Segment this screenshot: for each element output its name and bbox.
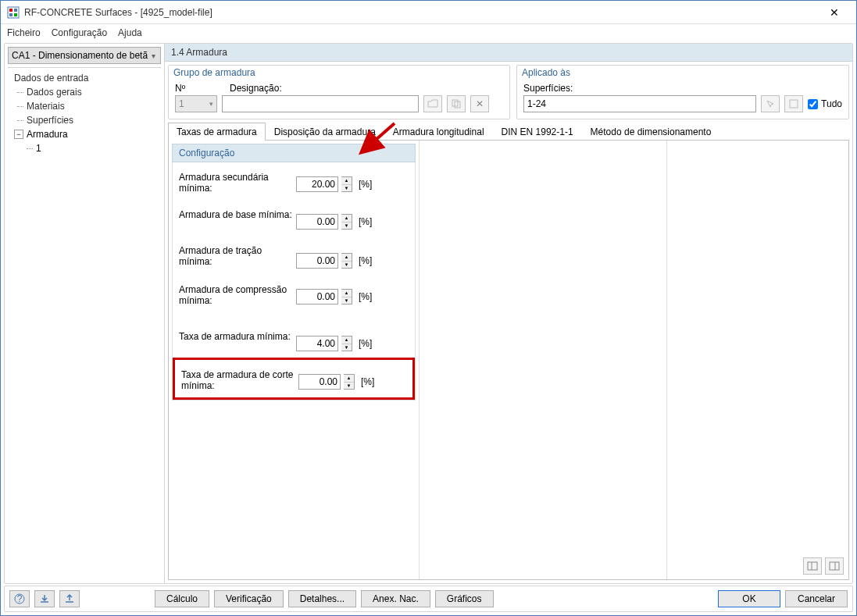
row-reinf-rate-min: Taxa de armadura mínima: ▲▼ [%] [179,328,409,351]
close-icon[interactable]: ✕ [819,2,850,23]
window-title: RF-CONCRETE Surfaces - [4925_model-file] [24,7,819,18]
svg-rect-8 [808,562,817,570]
ok-button[interactable]: OK [718,590,780,607]
row-compression-min: Armadura de compressão mínima: ▲▼ [%] [179,281,409,306]
cancel-button[interactable]: Cancelar [785,590,848,607]
tree-item-general[interactable]: Dados gerais [8,85,161,99]
secondary-min-input[interactable] [296,176,338,192]
menu-config[interactable]: Configuração [52,27,107,38]
chevron-up-icon: ▲ [341,177,352,185]
export-button[interactable] [59,590,80,607]
tab-rates[interactable]: Taxas de armadura [168,123,266,141]
delete-icon[interactable]: ✕ [470,95,489,112]
select-all-icon[interactable] [784,95,803,112]
details-button[interactable]: Detalhes... [288,590,356,607]
group-number-select[interactable]: 1 [175,95,217,112]
reinforcement-group-box: Grupo de armadura Nº Designação: 1 ✕ [168,65,510,119]
tab-layout[interactable]: Disposição da armadura [266,123,384,141]
row-shear-rate-min: Taxa de armadura de corte mínima: ▲▼ [%] [181,366,406,391]
tension-min-input[interactable] [296,253,338,269]
verify-button[interactable]: Verificação [214,590,284,607]
tree-item-materials[interactable]: Materiais [8,99,161,113]
svg-rect-7 [790,100,798,108]
tree-item-reinf-1[interactable]: 1 [8,141,161,155]
tab-longitudinal[interactable]: Armadura longitudinal [384,123,493,141]
calc-button[interactable]: Cálculo [155,590,209,607]
svg-rect-1 [9,9,12,12]
spinner-buttons[interactable]: ▲▼ [341,176,352,192]
tree-item-surfaces[interactable]: Superfícies [8,113,161,127]
view-icon-2[interactable] [825,557,844,575]
tree-root[interactable]: Dados de entrada [8,71,161,85]
tree-item-reinforcement[interactable]: − Armadura [8,127,161,141]
anex-button[interactable]: Anex. Nac. [361,590,430,607]
all-checkbox[interactable]: Tudo [808,98,842,109]
spinner-buttons[interactable]: ▲▼ [341,336,352,351]
chevron-down-icon: ▼ [341,185,352,192]
applied-to-box: Aplicado às Superfícies: Tudo [516,65,849,119]
spinner-buttons[interactable]: ▲▼ [341,214,352,230]
reinf-rate-min-input[interactable] [296,336,338,351]
minus-icon[interactable]: − [14,130,23,139]
app-icon [7,6,20,19]
import-button[interactable] [34,590,55,607]
spinner-buttons[interactable]: ▲▼ [341,289,352,304]
help-button[interactable]: ? [9,590,30,607]
row-base-min: Armadura de base mínima: ▲▼ [%] [179,206,409,230]
tab-method[interactable]: Método de dimensionamento [582,123,720,141]
config-header: Configuração [172,144,416,162]
spinner-buttons[interactable]: ▲▼ [344,374,355,390]
view-icon-1[interactable] [803,557,822,575]
svg-rect-2 [14,9,17,12]
tab-din[interactable]: DIN EN 1992-1-1 [493,123,582,141]
base-min-input[interactable] [296,214,338,230]
svg-rect-4 [14,13,17,16]
designation-input[interactable] [222,95,419,112]
info-panel [667,141,848,579]
preview-panel [419,141,667,579]
row-secondary-min: Armadura secundária mínima: ▲▼ [%] [179,169,409,194]
svg-rect-3 [9,13,12,16]
section-title: 1.4 Armadura [165,44,852,62]
menu-file[interactable]: Ficheiro [7,27,41,38]
row-tension-min: Armadura de tração mínima: ▲▼ [%] [179,242,409,269]
compression-min-input[interactable] [296,289,338,304]
highlight-annotation: Taxa de armadura de corte mínima: ▲▼ [%] [173,358,415,400]
nav-tree: Dados de entrada Dados gerais Materiais … [8,67,161,583]
folder-open-icon[interactable] [423,95,442,112]
shear-rate-min-input[interactable] [298,374,341,390]
pick-icon[interactable] [761,95,780,112]
svg-rect-10 [830,562,839,570]
menu-help[interactable]: Ajuda [118,27,142,38]
case-combo[interactable]: CA1 - Dimensionamento de betã [8,47,161,64]
svg-text:?: ? [17,593,23,604]
graph-button[interactable]: Gráficos [435,590,494,607]
spinner-buttons[interactable]: ▲▼ [341,253,352,269]
surfaces-input[interactable] [523,95,756,112]
copy-icon[interactable] [447,95,466,112]
